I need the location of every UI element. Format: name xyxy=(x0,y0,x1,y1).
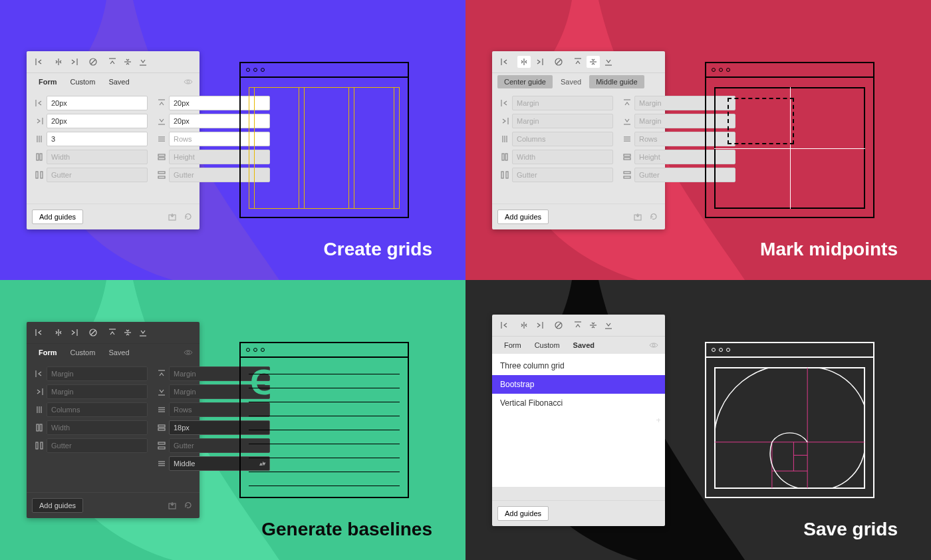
right-guide-icon[interactable] xyxy=(532,55,547,69)
top-guide-icon[interactable] xyxy=(105,55,120,69)
visibility-toggle-icon[interactable] xyxy=(182,347,194,358)
columns-icon xyxy=(32,132,47,146)
clear-icon[interactable] xyxy=(551,55,566,69)
caption: Mark midpoints xyxy=(760,239,898,260)
saved-list: Three column grid Bootstrap Vertical Fib… xyxy=(492,354,665,487)
width-input[interactable] xyxy=(47,150,148,164)
toolbar xyxy=(27,51,200,73)
tabs: Form Custom Saved xyxy=(492,337,665,354)
clear-icon[interactable] xyxy=(86,55,100,69)
columns-input[interactable] xyxy=(47,402,148,417)
guides-panel: Form Custom Saved Add guides xyxy=(27,51,200,229)
tab-custom[interactable]: Custom xyxy=(528,339,567,352)
tab-custom[interactable]: Custom xyxy=(64,346,102,359)
saved-item[interactable]: Bootstrap xyxy=(492,375,665,394)
quadrant-generate-baselines: Form Custom Saved Middle▴▾ Add guides xyxy=(0,280,466,560)
svg-point-63 xyxy=(187,351,190,354)
margin-right-input[interactable] xyxy=(47,114,148,128)
tab-saved[interactable]: Saved xyxy=(102,346,136,359)
svg-point-94 xyxy=(652,344,655,347)
visibility-toggle-icon[interactable] xyxy=(182,76,194,88)
svg-rect-46 xyxy=(502,154,504,160)
left-guide-icon[interactable] xyxy=(497,319,512,332)
save-icon[interactable] xyxy=(632,211,644,223)
tab-custom[interactable]: Custom xyxy=(64,75,102,88)
middle-guide-icon[interactable] xyxy=(120,326,135,339)
middle-guide-icon[interactable] xyxy=(120,55,135,69)
rows-icon xyxy=(154,402,169,417)
preview-window xyxy=(705,62,874,218)
margin-left-icon xyxy=(497,96,512,110)
width-icon xyxy=(32,420,47,435)
margin-left-input[interactable] xyxy=(47,366,148,381)
margin-left-input[interactable] xyxy=(47,96,148,110)
margin-left-input[interactable] xyxy=(512,96,613,110)
middle-guide-icon[interactable] xyxy=(586,319,600,332)
add-guides-button[interactable]: Add guides xyxy=(497,506,549,521)
svg-rect-77 xyxy=(158,428,165,430)
rows-icon xyxy=(154,132,169,146)
refresh-icon[interactable] xyxy=(648,211,660,223)
add-guides-button[interactable]: Add guides xyxy=(32,498,83,513)
clear-icon[interactable] xyxy=(86,326,100,339)
guides-panel: Form Custom Saved Three column grid Boot… xyxy=(492,315,665,526)
save-icon[interactable] xyxy=(166,211,178,223)
middle-guide-icon[interactable] xyxy=(586,55,600,69)
bottom-guide-icon[interactable] xyxy=(601,319,616,332)
clear-icon[interactable] xyxy=(551,319,566,332)
svg-rect-26 xyxy=(158,176,165,178)
right-guide-icon[interactable] xyxy=(66,55,81,69)
saved-item[interactable]: Vertical Fibonacci xyxy=(492,394,665,412)
top-guide-icon[interactable] xyxy=(571,55,585,69)
svg-rect-19 xyxy=(37,154,39,160)
tab-form[interactable]: Form xyxy=(32,75,64,88)
svg-rect-21 xyxy=(158,154,165,156)
right-guide-icon[interactable] xyxy=(66,326,81,339)
center-guide-icon[interactable] xyxy=(517,55,531,69)
gutter-v-icon xyxy=(32,438,47,453)
width-input[interactable] xyxy=(47,420,148,435)
margin-top-icon xyxy=(620,96,634,110)
visibility-toggle-icon[interactable] xyxy=(648,339,660,351)
save-icon[interactable] xyxy=(166,499,178,511)
top-guide-icon[interactable] xyxy=(571,319,585,332)
left-guide-icon[interactable] xyxy=(32,326,47,339)
svg-rect-74 xyxy=(37,424,39,431)
tab-saved[interactable]: Saved xyxy=(102,75,136,88)
toolbar xyxy=(27,322,200,344)
tab-form[interactable]: Form xyxy=(32,346,64,359)
width-input[interactable] xyxy=(512,150,613,164)
center-guide-icon[interactable] xyxy=(517,319,531,332)
tabs: Form Custom Saved xyxy=(27,73,200,90)
gutter-v-input[interactable] xyxy=(47,168,148,182)
left-guide-icon[interactable] xyxy=(497,55,512,69)
margin-right-input[interactable] xyxy=(47,384,148,399)
columns-input[interactable] xyxy=(47,132,148,146)
gutter-v-input[interactable] xyxy=(47,438,148,453)
gutter-v-input[interactable] xyxy=(512,168,613,182)
right-guide-icon[interactable] xyxy=(532,319,547,332)
saved-item[interactable]: Three column grid xyxy=(492,356,665,375)
tab-form[interactable]: Form xyxy=(497,339,528,352)
bottom-guide-icon[interactable] xyxy=(601,55,616,69)
bottom-guide-icon[interactable] xyxy=(136,55,150,69)
center-guide-icon[interactable] xyxy=(51,326,66,339)
panel-footer: Add guides xyxy=(492,500,665,526)
refresh-icon[interactable] xyxy=(182,499,194,511)
left-guide-icon[interactable] xyxy=(32,55,47,69)
refresh-icon[interactable] xyxy=(182,211,194,223)
center-guide-icon[interactable] xyxy=(51,55,66,69)
quadrant-create-grids: Form Custom Saved Add guides xyxy=(0,0,466,280)
margin-left-icon xyxy=(32,366,47,381)
columns-input[interactable] xyxy=(512,132,613,146)
add-guides-button[interactable]: Add guides xyxy=(497,210,549,224)
tab-saved[interactable]: Saved xyxy=(567,339,601,352)
bottom-guide-icon[interactable] xyxy=(136,326,150,339)
svg-rect-78 xyxy=(36,442,38,449)
top-guide-icon[interactable] xyxy=(105,326,120,339)
add-guides-button[interactable]: Add guides xyxy=(32,210,83,224)
svg-rect-25 xyxy=(158,172,165,174)
margin-right-input[interactable] xyxy=(512,114,613,128)
svg-rect-76 xyxy=(158,425,165,427)
gutter-v-icon xyxy=(497,168,512,182)
